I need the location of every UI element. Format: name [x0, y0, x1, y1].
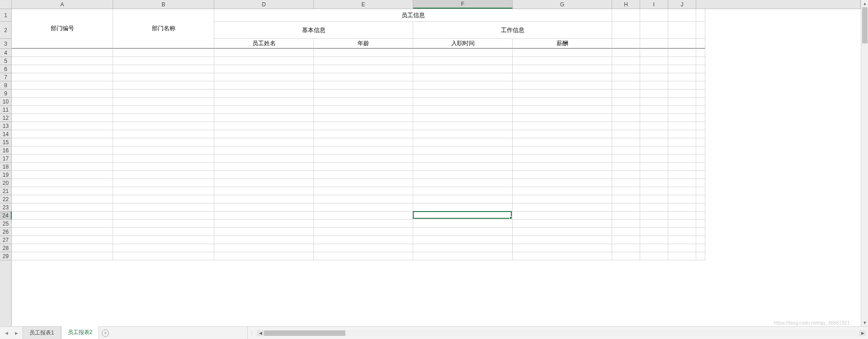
- cell[interactable]: [612, 146, 640, 155]
- cell[interactable]: [413, 187, 513, 195]
- row-header-26[interactable]: 26: [0, 228, 11, 236]
- cell[interactable]: [513, 81, 612, 89]
- tab-splitter-icon[interactable]: ⋮: [250, 330, 254, 335]
- cell[interactable]: [696, 98, 705, 106]
- cell-grid[interactable]: 部门编号部门名称员工信息基本信息工作信息员工姓名年龄入职时间薪酬: [12, 9, 861, 326]
- cell[interactable]: [640, 73, 668, 81]
- sheet-tab[interactable]: 员工报表1: [23, 326, 61, 339]
- cell[interactable]: [214, 236, 314, 244]
- cell[interactable]: [214, 163, 314, 171]
- cell[interactable]: [696, 212, 705, 220]
- cell[interactable]: [640, 9, 668, 22]
- cell[interactable]: [214, 130, 314, 138]
- column-header-E[interactable]: E: [314, 0, 413, 9]
- cell[interactable]: [640, 39, 668, 49]
- cell[interactable]: [214, 179, 314, 187]
- row-header-15[interactable]: 15: [0, 138, 11, 146]
- cell[interactable]: [113, 212, 214, 220]
- cell[interactable]: [214, 122, 314, 130]
- cell[interactable]: [668, 244, 696, 252]
- cell[interactable]: [12, 106, 113, 114]
- cell[interactable]: [214, 98, 314, 106]
- header-cell[interactable]: 部门名称: [113, 9, 214, 49]
- horizontal-scrollbar[interactable]: ⋮ ◀ ▶: [247, 327, 868, 339]
- row-header-21[interactable]: 21: [0, 187, 11, 195]
- cell[interactable]: [696, 252, 705, 260]
- cell[interactable]: [640, 163, 668, 171]
- cell[interactable]: [640, 65, 668, 73]
- header-cell[interactable]: 薪酬: [513, 39, 612, 49]
- cell[interactable]: [214, 212, 314, 220]
- cell[interactable]: [12, 49, 113, 57]
- cell[interactable]: [612, 39, 640, 49]
- cell[interactable]: [413, 252, 513, 260]
- sheet-tab[interactable]: 员工报表2: [61, 326, 99, 339]
- row-header-24[interactable]: 24: [0, 212, 12, 220]
- cell[interactable]: [413, 236, 513, 244]
- cell[interactable]: [113, 57, 214, 65]
- cell[interactable]: [640, 89, 668, 98]
- cell[interactable]: [413, 146, 513, 155]
- cell[interactable]: [214, 73, 314, 81]
- cell[interactable]: [113, 146, 214, 155]
- row-header-6[interactable]: 6: [0, 65, 11, 73]
- header-cell[interactable]: 工作信息: [413, 22, 612, 39]
- cell[interactable]: [640, 106, 668, 114]
- cell[interactable]: [314, 73, 413, 81]
- cell[interactable]: [12, 187, 113, 195]
- cell[interactable]: [113, 203, 214, 212]
- cell[interactable]: [214, 146, 314, 155]
- cell[interactable]: [413, 179, 513, 187]
- cell[interactable]: [214, 114, 314, 122]
- cell[interactable]: [612, 244, 640, 252]
- cell[interactable]: [612, 212, 640, 220]
- cell[interactable]: [12, 220, 113, 228]
- cell[interactable]: [612, 155, 640, 163]
- row-header-2[interactable]: 2: [0, 22, 11, 39]
- cell[interactable]: [640, 179, 668, 187]
- cell[interactable]: [12, 65, 113, 73]
- cell[interactable]: [513, 65, 612, 73]
- cell[interactable]: [696, 179, 705, 187]
- cell[interactable]: [314, 49, 413, 57]
- header-cell[interactable]: 部门编号: [12, 9, 113, 49]
- cell[interactable]: [640, 81, 668, 89]
- cell[interactable]: [12, 146, 113, 155]
- cell[interactable]: [413, 203, 513, 212]
- cell[interactable]: [113, 81, 214, 89]
- row-header-25[interactable]: 25: [0, 220, 11, 228]
- cell[interactable]: [513, 163, 612, 171]
- cell[interactable]: [513, 228, 612, 236]
- cell[interactable]: [113, 187, 214, 195]
- cell[interactable]: [113, 130, 214, 138]
- cell[interactable]: [12, 89, 113, 98]
- cell[interactable]: [214, 81, 314, 89]
- row-header-17[interactable]: 17: [0, 155, 11, 163]
- cell[interactable]: [413, 73, 513, 81]
- scroll-left-icon[interactable]: ◀: [257, 330, 264, 336]
- cell[interactable]: [612, 106, 640, 114]
- cell[interactable]: [513, 49, 612, 57]
- cell[interactable]: [696, 65, 705, 73]
- cell[interactable]: [668, 106, 696, 114]
- cell[interactable]: [513, 203, 612, 212]
- cell[interactable]: [113, 220, 214, 228]
- cell[interactable]: [612, 57, 640, 65]
- cell[interactable]: [314, 220, 413, 228]
- cell[interactable]: [668, 65, 696, 73]
- cell[interactable]: [696, 39, 705, 49]
- cell[interactable]: [314, 212, 413, 220]
- cell[interactable]: [113, 89, 214, 98]
- cell[interactable]: [113, 65, 214, 73]
- cell[interactable]: [668, 236, 696, 244]
- column-header-H[interactable]: H: [612, 0, 640, 9]
- cell[interactable]: [214, 155, 314, 163]
- cell[interactable]: [640, 57, 668, 65]
- row-header-29[interactable]: 29: [0, 252, 11, 260]
- cell[interactable]: [413, 81, 513, 89]
- cell[interactable]: [668, 81, 696, 89]
- cell[interactable]: [668, 155, 696, 163]
- cell[interactable]: [696, 163, 705, 171]
- header-cell[interactable]: 员工姓名: [214, 39, 314, 49]
- cell[interactable]: [696, 236, 705, 244]
